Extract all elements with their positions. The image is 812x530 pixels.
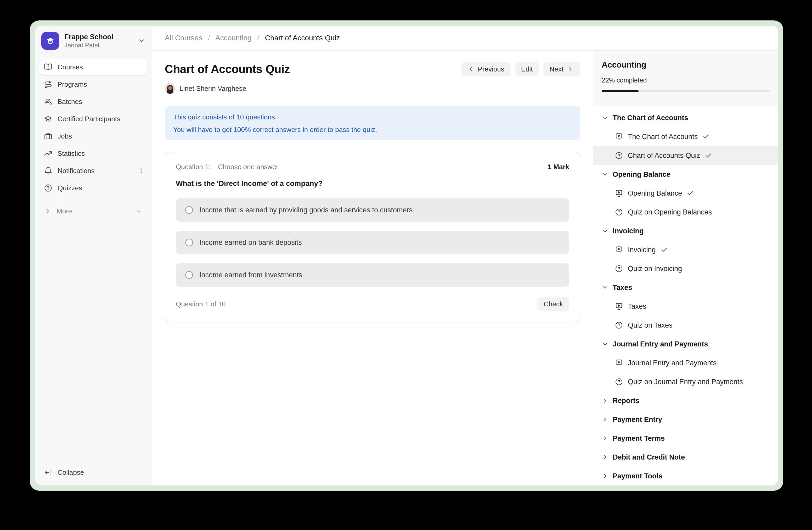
outline-section-label: Payment Terms: [613, 434, 665, 443]
sidebar-item-label: Quizzes: [58, 184, 82, 192]
sidebar-item-certified-participants[interactable]: Certified Participants: [39, 111, 147, 127]
quiz-icon: [615, 378, 623, 386]
lesson-icon: [615, 359, 623, 367]
answer-option-1[interactable]: Income that is earned by providing goods…: [176, 198, 569, 222]
sidebar-item-more[interactable]: More: [39, 203, 147, 219]
add-icon[interactable]: [135, 207, 143, 215]
sidebar-item-batches[interactable]: Batches: [39, 94, 147, 110]
chevron-down-icon: [602, 341, 608, 348]
outline-item-quiz-on-taxes[interactable]: Quiz on Taxes: [593, 316, 778, 335]
collapse-arrow-icon: [44, 468, 52, 477]
breadcrumb-separator: /: [257, 34, 259, 42]
sidebar-item-label: Courses: [58, 63, 83, 71]
previous-button[interactable]: Previous: [461, 62, 511, 76]
outline-item-label: Invoicing: [628, 246, 656, 254]
outline-section-label: Invoicing: [613, 227, 644, 235]
outline-section-the-chart-of-accounts[interactable]: The Chart of Accounts: [593, 108, 778, 127]
outline-item-the-chart-of-accounts[interactable]: The Chart of Accounts: [593, 127, 778, 146]
quiz-icon: [615, 264, 623, 273]
sidebar-item-programs[interactable]: Programs: [39, 76, 147, 92]
outline-item-chart-of-accounts-quiz[interactable]: Chart of Accounts Quiz: [593, 146, 778, 165]
outline-item-label: Quiz on Opening Balances: [628, 208, 712, 216]
check-button[interactable]: Check: [537, 297, 569, 311]
question-progress: Question 1 of 10: [176, 300, 226, 308]
sidebar-nav: Courses Programs Batches Certified Parti…: [35, 55, 152, 219]
edit-button[interactable]: Edit: [515, 62, 539, 76]
progress-bar: [602, 90, 770, 92]
app-frame: Frappe School Jannat Patel Courses Progr…: [30, 20, 783, 491]
completed-check-icon: [702, 133, 710, 140]
chevron-right-icon: [567, 66, 574, 72]
banner-line-2: You will have to get 100% correct answer…: [173, 125, 572, 134]
sidebar-item-quizzes[interactable]: Quizzes: [39, 180, 147, 196]
outline-section-debit-and-credit-note[interactable]: Debit and Credit Note: [593, 448, 778, 466]
lesson-icon: [615, 189, 623, 197]
completed-check-icon: [687, 190, 694, 197]
banner-line-1: This quiz consists of 10 questions.: [173, 113, 572, 122]
course-outline-sidebar: Accounting 22% completed The Chart of Ac…: [593, 51, 778, 486]
next-button[interactable]: Next: [543, 62, 580, 76]
chevron-right-icon: [602, 397, 608, 404]
collapse-sidebar-button[interactable]: Collapse: [39, 464, 147, 480]
workspace-title: Frappe School: [64, 32, 132, 41]
chevron-right-icon: [602, 473, 608, 479]
quiz-page: Chart of Accounts Quiz Previous Edit: [152, 51, 593, 486]
chevron-down-icon: [137, 37, 145, 45]
radio-icon[interactable]: [185, 271, 193, 279]
quiz-info-banner: This quiz consists of 10 questions. You …: [165, 106, 580, 140]
chevron-down-icon: [602, 171, 608, 178]
outline-item-taxes[interactable]: Taxes: [593, 297, 778, 316]
content-row: Chart of Accounts Quiz Previous Edit: [152, 51, 778, 486]
page-actions: Previous Edit Next: [461, 61, 580, 76]
completed-check-icon: [705, 152, 712, 159]
breadcrumb-accounting[interactable]: Accounting: [215, 34, 252, 42]
desktop-background: Frappe School Jannat Patel Courses Progr…: [0, 0, 812, 530]
outline-section-payment-tools[interactable]: Payment Tools: [593, 466, 778, 486]
frappe-school-logo: [41, 32, 59, 50]
avatar: [165, 83, 175, 94]
outline-section-opening-balance[interactable]: Opening Balance: [593, 165, 778, 184]
outline-section-reports[interactable]: Reports: [593, 391, 778, 410]
course-progress-header: Accounting 22% completed: [593, 51, 778, 106]
radio-icon[interactable]: [185, 239, 193, 247]
question-footer: Question 1 of 10 Check: [176, 297, 569, 311]
left-sidebar: Frappe School Jannat Patel Courses Progr…: [35, 26, 152, 486]
sidebar-item-label: Batches: [58, 98, 82, 106]
quiz-author: Linet Sherin Varghese: [165, 83, 580, 94]
outline-item-label: The Chart of Accounts: [628, 133, 698, 141]
check-label: Check: [543, 300, 563, 308]
answer-option-3[interactable]: Income earned from investments: [176, 263, 569, 287]
outline-section-label: Opening Balance: [613, 170, 670, 179]
breadcrumb-all-courses[interactable]: All Courses: [165, 34, 202, 42]
sidebar-item-jobs[interactable]: Jobs: [39, 128, 147, 144]
question-marks: 1 Mark: [548, 163, 569, 171]
sidebar-item-label: Certified Participants: [58, 115, 120, 123]
chevron-down-icon: [602, 227, 608, 234]
outline-item-journal-entry-and-payments[interactable]: Journal Entry and Payments: [593, 353, 778, 372]
author-name: Linet Sherin Varghese: [179, 85, 246, 93]
trending-up-icon: [44, 149, 52, 158]
sidebar-item-statistics[interactable]: Statistics: [39, 145, 147, 161]
outline-item-quiz-on-journal-entry-and-payments[interactable]: Quiz on Journal Entry and Payments: [593, 372, 778, 391]
outline-section-invoicing[interactable]: Invoicing: [593, 222, 778, 240]
outline-section-taxes[interactable]: Taxes: [593, 278, 778, 297]
radio-icon[interactable]: [185, 206, 193, 214]
sidebar-item-notifications[interactable]: Notifications 1: [39, 163, 147, 179]
question-header: Question 1: Choose one answer 1 Mark: [176, 163, 569, 171]
outline-section-payment-entry[interactable]: Payment Entry: [593, 410, 778, 429]
sidebar-item-courses[interactable]: Courses: [39, 59, 147, 75]
answer-option-2[interactable]: Income earned on bank deposits: [176, 231, 569, 254]
outline-item-label: Taxes: [628, 303, 647, 310]
outline-item-label: Chart of Accounts Quiz: [628, 152, 700, 160]
outline-item-opening-balance[interactable]: Opening Balance: [593, 184, 778, 203]
outline-section-payment-terms[interactable]: Payment Terms: [593, 429, 778, 448]
bell-icon: [44, 167, 52, 175]
workspace-switcher[interactable]: Frappe School Jannat Patel: [35, 26, 152, 55]
outline-item-quiz-on-invoicing[interactable]: Quiz on Invoicing: [593, 259, 778, 278]
outline-item-quiz-on-opening-balances[interactable]: Quiz on Opening Balances: [593, 203, 778, 222]
outline-item-label: Opening Balance: [628, 189, 682, 197]
outline-item-invoicing[interactable]: Invoicing: [593, 240, 778, 259]
option-label: Income earned from investments: [199, 271, 302, 279]
outline-section-journal-entry-and-payments[interactable]: Journal Entry and Payments: [593, 335, 778, 353]
outline-item-label: Journal Entry and Payments: [628, 359, 716, 367]
